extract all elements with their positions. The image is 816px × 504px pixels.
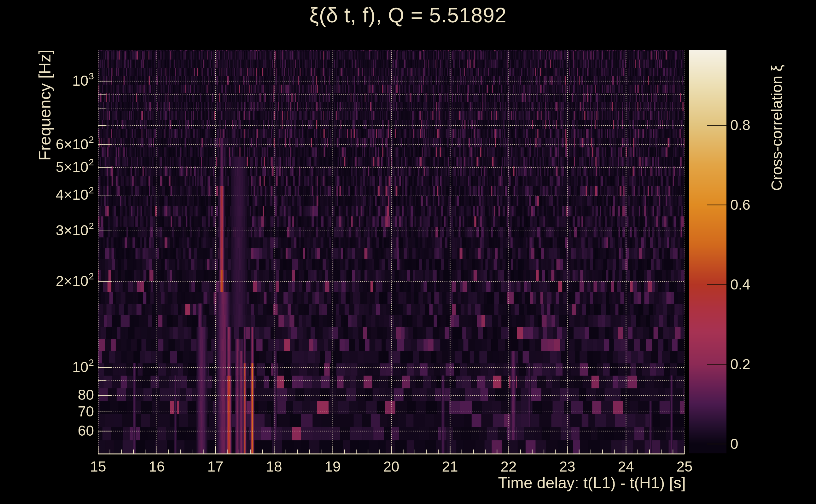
x-axis-title: Time delay: t(L1) - t(H1) [s] (339, 474, 686, 492)
x-tick-label: 16 (148, 458, 164, 475)
x-tick-label: 25 (676, 458, 693, 475)
x-tick-label: 22 (500, 458, 516, 475)
y-tick-label: 6×102 (56, 136, 94, 153)
y-tick-label: 80 (78, 386, 94, 403)
y-tick-label: 70 (78, 403, 94, 420)
heatmap-canvas (0, 0, 816, 504)
colorbar-tick-label: 0.4 (730, 276, 750, 293)
colorbar-tick-label: 0 (730, 435, 738, 452)
y-tick-label: 3×102 (56, 222, 94, 239)
y-tick-label: 102 (72, 358, 94, 375)
y-tick-label: 4×102 (56, 186, 94, 203)
x-tick-label: 17 (207, 458, 223, 475)
y-tick-label: 2×102 (56, 272, 94, 289)
colorbar-tick-label: 0.8 (730, 117, 750, 134)
y-axis-title: Frequency [Hz] (35, 49, 54, 161)
figure-title: ξ(δ t, f), Q = 5.51892 (0, 3, 816, 27)
y-tick-label: 5×102 (56, 158, 94, 175)
x-tick-label: 23 (559, 458, 575, 475)
x-tick-label: 20 (383, 458, 399, 475)
x-tick-label: 19 (325, 458, 341, 475)
colorbar-tick-label: 0.2 (730, 356, 750, 373)
x-tick-label: 18 (266, 458, 282, 475)
y-tick-label: 60 (78, 422, 94, 439)
colorbar-title: Cross-correlation ξ (768, 65, 785, 191)
x-tick-label: 15 (90, 458, 106, 475)
colorbar-tick-label: 0.6 (730, 196, 750, 213)
figure: ξ(δ t, f), Q = 5.51892 Frequency [Hz] Ti… (0, 0, 816, 504)
x-tick-label: 24 (618, 458, 634, 475)
x-tick-label: 21 (442, 458, 458, 475)
y-tick-label: 103 (72, 72, 94, 89)
